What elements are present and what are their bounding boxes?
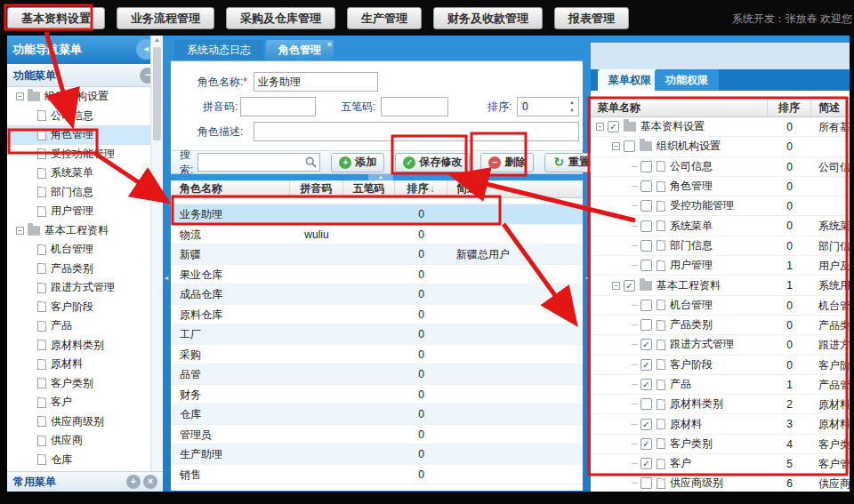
permission-checkbox[interactable]: [640, 359, 652, 371]
permission-row[interactable]: −基本资料设置0所有基: [591, 117, 850, 137]
column-header-menu-desc[interactable]: 简述: [811, 99, 850, 116]
table-row[interactable]: 管理员0: [171, 425, 583, 445]
add-circle-icon[interactable]: +: [126, 475, 141, 489]
permission-row[interactable]: 供应商级别6供应商: [591, 474, 850, 492]
sidebar-item[interactable]: 产品类别: [7, 260, 163, 279]
role-name-input[interactable]: [254, 72, 378, 92]
permission-checkbox[interactable]: [640, 438, 652, 450]
permission-row[interactable]: 用户管理1用户及: [591, 256, 850, 276]
sidebar-item[interactable]: 角色管理: [7, 125, 163, 145]
expander-icon[interactable]: −: [596, 123, 604, 131]
permission-checkbox[interactable]: [640, 419, 652, 430]
scrollbar-thumb[interactable]: [153, 47, 161, 140]
permission-row[interactable]: 角色管理0: [591, 177, 850, 196]
table-row[interactable]: 成品仓库0: [171, 284, 583, 305]
permission-checkbox[interactable]: [640, 240, 652, 252]
tab-system-log[interactable]: 系统动态日志: [174, 40, 263, 60]
sidebar-item[interactable]: 客户阶段: [7, 298, 163, 317]
permission-row[interactable]: 受控功能管理0: [591, 196, 850, 216]
permission-checkbox[interactable]: [640, 220, 652, 232]
table-row[interactable]: 品管0: [171, 364, 583, 385]
wubi-input[interactable]: [381, 97, 448, 116]
permission-checkbox[interactable]: [640, 300, 652, 311]
tab-role-management[interactable]: 角色管理 ×: [266, 40, 334, 60]
permission-row[interactable]: 跟进方式管理0跟进方: [591, 335, 850, 355]
column-header-pinyin[interactable]: 拼音码: [290, 180, 343, 197]
menu-item-4[interactable]: 财务及收款管理: [433, 7, 543, 29]
collapse-up-icon[interactable]: ▲: [368, 174, 393, 180]
column-header-desc[interactable]: 简述: [447, 180, 583, 197]
menu-item-0[interactable]: 基本资料设置: [7, 7, 105, 29]
sidebar-footer[interactable]: 常用菜单 + ×: [7, 471, 163, 492]
permission-checkbox[interactable]: [640, 379, 652, 390]
table-row[interactable]: 业务助理0: [171, 204, 583, 225]
expander-icon[interactable]: −: [612, 142, 620, 150]
menu-item-2[interactable]: 采购及仓库管理: [226, 7, 335, 29]
table-row[interactable]: 果业仓库0: [171, 265, 583, 285]
permission-row[interactable]: 原材料类别2原材料: [591, 395, 850, 414]
permission-row[interactable]: 客户5客户管: [591, 454, 850, 474]
stepper-arrows-icon[interactable]: ▲▼: [568, 99, 576, 115]
permission-checkbox[interactable]: [640, 260, 652, 271]
column-header-wubi[interactable]: 五笔码: [343, 180, 395, 197]
table-row[interactable]: 财务0: [171, 385, 583, 405]
permission-checkbox[interactable]: [640, 200, 652, 212]
permission-checkbox[interactable]: [640, 458, 652, 469]
permission-checkbox[interactable]: [640, 477, 652, 489]
permission-checkbox[interactable]: [640, 339, 652, 350]
sidebar-item[interactable]: 公司信息: [7, 107, 163, 126]
pinyin-input[interactable]: [240, 97, 316, 116]
sidebar-item[interactable]: −组织机构设置: [7, 87, 163, 107]
tab-menu-permissions[interactable]: 菜单权限: [598, 69, 662, 91]
permission-row[interactable]: 部门信息0部门信: [591, 236, 850, 256]
permission-checkbox[interactable]: [640, 161, 652, 172]
permission-row[interactable]: 原材料3原材料: [591, 414, 850, 434]
permission-row[interactable]: 公司信息0公司信: [591, 157, 850, 177]
sidebar-item[interactable]: 用户管理: [7, 202, 163, 221]
column-header-name[interactable]: 角色名称: [171, 180, 290, 197]
sidebar-scrollbar[interactable]: ▲ ▼: [150, 36, 163, 492]
sidebar-section-header[interactable]: 功能菜单 −: [7, 64, 163, 87]
permission-checkbox[interactable]: [624, 140, 635, 152]
permission-checkbox[interactable]: [624, 280, 635, 292]
permission-row[interactable]: 系统菜单0系统菜: [591, 216, 850, 236]
column-header-menu-name[interactable]: 菜单名称: [591, 99, 768, 116]
table-row[interactable]: 销售0: [171, 465, 583, 485]
toolbar-button-2[interactable]: −删除: [480, 153, 534, 172]
scroll-up-icon[interactable]: ▲: [151, 36, 163, 43]
sidebar-item[interactable]: 供应商: [7, 431, 163, 451]
toolbar-button-0[interactable]: +添加: [331, 153, 384, 172]
menu-item-5[interactable]: 报表管理: [554, 7, 629, 29]
expander-icon[interactable]: −: [612, 282, 620, 290]
table-row[interactable]: 工厂0: [171, 324, 583, 345]
sidebar-item[interactable]: −基本工程资料: [7, 221, 163, 241]
table-row[interactable]: 仓库0: [171, 404, 583, 425]
close-circle-icon[interactable]: ×: [143, 475, 157, 489]
permission-checkbox[interactable]: [640, 319, 652, 331]
table-row[interactable]: 物流wuliu0: [171, 225, 583, 245]
role-desc-input[interactable]: [254, 122, 579, 141]
expander-icon[interactable]: −: [16, 92, 24, 100]
column-header-menu-sort[interactable]: 排序: [768, 99, 811, 116]
left-splitter[interactable]: ◄: [163, 36, 170, 492]
permission-row[interactable]: 产品类别0产品类: [591, 316, 850, 335]
sidebar-item[interactable]: 原材料: [7, 355, 163, 374]
sidebar-item[interactable]: 客户类别: [7, 374, 163, 394]
sidebar-item[interactable]: 原材料类别: [7, 336, 163, 356]
sidebar-item[interactable]: 客户: [7, 393, 163, 412]
table-row[interactable]: 采购0: [171, 345, 583, 365]
permission-row[interactable]: −基本工程资料1系统用: [591, 276, 850, 295]
right-splitter[interactable]: ◄: [584, 36, 591, 492]
collapse-left-icon[interactable]: ◄: [163, 265, 170, 292]
menu-item-1[interactable]: 业务流程管理: [117, 7, 214, 29]
sidebar-item[interactable]: 机台管理: [7, 240, 163, 260]
sidebar-item[interactable]: 产品: [7, 316, 163, 336]
tab-function-permissions[interactable]: 功能权限: [655, 69, 719, 91]
sort-stepper[interactable]: 0 ▲▼: [517, 97, 579, 116]
sidebar-item[interactable]: 仓库: [7, 451, 163, 470]
permission-row[interactable]: −组织机构设置0: [591, 137, 850, 156]
tab-close-icon[interactable]: ×: [327, 40, 332, 49]
permission-row[interactable]: 机台管理0机台管: [591, 296, 850, 316]
permission-row[interactable]: 客户阶段0客户阶: [591, 356, 850, 375]
permission-row[interactable]: 产品1产品管: [591, 375, 850, 395]
